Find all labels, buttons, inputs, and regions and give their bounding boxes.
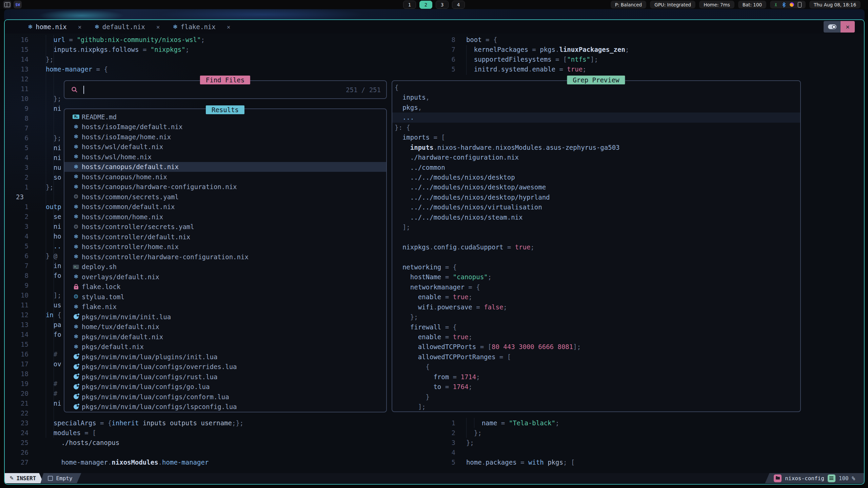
- nix-icon: ❄: [28, 23, 33, 30]
- nix-file-icon: ❄: [72, 124, 80, 130]
- result-row[interactable]: ❄hosts/isoImage/default.nix: [64, 122, 386, 132]
- result-path: pkgs/nvim/nvim/lua/configs/lspconfig.lua: [82, 403, 237, 410]
- workspace-1[interactable]: 1: [403, 1, 416, 9]
- result-row[interactable]: ❄flake.nix: [64, 302, 386, 312]
- topbar-left: $W: [3, 1, 22, 8]
- scroll-percent: 100 %: [839, 475, 855, 482]
- topbar-right: P: BalancedGPU: IntegratedHome: 7msBat: …: [611, 1, 861, 8]
- grep-preview-title: Grep Preview: [567, 76, 625, 84]
- preview-line: allowedTCPPorts = [80 443 3000 6666 8081…: [395, 342, 800, 352]
- result-row[interactable]: flake.lock: [64, 282, 386, 292]
- workspace-4[interactable]: 4: [452, 1, 465, 9]
- result-row[interactable]: ❄hosts/controller/default.nix: [64, 232, 386, 242]
- tab-flake.nix[interactable]: ❄flake.nix×: [168, 20, 239, 34]
- workspace-2[interactable]: 2: [419, 1, 432, 9]
- code-line: 14 };: [5, 55, 443, 64]
- yaml-file-icon: ⚙: [72, 224, 80, 230]
- result-row[interactable]: ❄hosts/common/default.nix: [64, 202, 386, 212]
- result-row[interactable]: ❄hosts/canopus/default.nix: [64, 162, 386, 172]
- result-row[interactable]: pkgs/nvim/nvim/lua/configs/conform.lua: [64, 392, 386, 402]
- result-path: hosts/canopus/default.nix: [82, 163, 179, 170]
- preview-line: networkmanager = {: [395, 282, 800, 292]
- result-row[interactable]: >_deploy.sh: [64, 262, 386, 272]
- find-files-title: Find Files: [200, 76, 250, 84]
- result-row[interactable]: ⚙hosts/common/secrets.yaml: [64, 192, 386, 202]
- tab-list: ❄home.nix×❄default.nix×❄flake.nix×: [23, 20, 239, 34]
- result-row[interactable]: pkgs/nvim/nvim/lua/configs/lspconfig.lua: [64, 402, 386, 412]
- preview-line: ../common: [395, 163, 800, 172]
- tab-home.nix[interactable]: ❄home.nix×: [23, 20, 90, 34]
- code-line: 6 supportedFilesystems = ["ntfs"];: [442, 55, 863, 64]
- result-row[interactable]: ❄hosts/controller/home.nix: [64, 242, 386, 252]
- phone-icon[interactable]: [798, 2, 802, 7]
- result-row[interactable]: pkgs/nvim/nvim/lua/configs/overrides.lua: [64, 362, 386, 372]
- result-row[interactable]: ⚙hosts/controller/secrets.yaml: [64, 222, 386, 232]
- workspace-3[interactable]: 3: [436, 1, 449, 9]
- preview-line: ../../modules/nixos/virtualisation: [395, 202, 800, 212]
- apps-grid-icon: [4, 2, 10, 7]
- result-row[interactable]: pkgs/nvim/nvim/init.lua: [64, 312, 386, 322]
- tab-close-icon[interactable]: ×: [78, 23, 82, 30]
- preview-line: ];: [395, 222, 800, 232]
- result-row[interactable]: ❄home/tux/default.nix: [64, 322, 386, 332]
- results-panel: M↓README.md❄hosts/isoImage/default.nix❄h…: [64, 108, 387, 412]
- grep-preview-panel: { inputs, pkgs, ...}: { imports = [ inpu…: [392, 80, 801, 412]
- preview-line: ./hardware-configuration.nix: [395, 152, 800, 162]
- nix-icon: ❄: [95, 23, 99, 30]
- result-row[interactable]: pkgs/nvim/nvim/lua/plugins/init.lua: [64, 352, 386, 362]
- result-row[interactable]: ❄hosts/wsl/home.nix: [64, 152, 386, 162]
- code-line: 7 kernelPackages = pkgs.linuxPackages_ze…: [442, 45, 863, 55]
- code-line: 4: [442, 448, 863, 458]
- statusline-right: nixos-config 100 %: [765, 473, 864, 483]
- code-line: 27 home-manager.nixosModules.home-manage…: [5, 458, 443, 467]
- privacy-dot-icon[interactable]: [790, 2, 794, 7]
- toggle-icon: [828, 24, 836, 29]
- result-row[interactable]: ❄hosts/wsl/default.nix: [64, 142, 386, 152]
- window-close-button[interactable]: ×: [841, 21, 855, 33]
- lua-file-icon: [72, 384, 80, 389]
- result-row[interactable]: ❄hosts/isoImage/home.nix: [64, 132, 386, 142]
- toml-file-icon: ⚙: [72, 294, 80, 300]
- result-path: pkgs/nvim/default.nix: [82, 333, 163, 341]
- preview-line: [395, 252, 800, 262]
- tab-default.nix[interactable]: ❄default.nix×: [90, 20, 168, 34]
- tab-close-icon[interactable]: ×: [156, 23, 160, 30]
- code-line: 5 home.packages = with pkgs; [: [442, 458, 863, 467]
- result-path: pkgs/nvim/nvim/lua/configs/conform.lua: [82, 393, 229, 401]
- result-row[interactable]: pkgs/nvim/nvim/lua/configs/go.lua: [64, 382, 386, 392]
- result-path: pkgs/nvim/nvim/lua/configs/rust.lua: [82, 373, 217, 381]
- workspace-overview-button[interactable]: $W: [14, 1, 22, 8]
- preview-line: to = 1764;: [395, 382, 800, 392]
- module-p: P: Balanced: [611, 1, 646, 8]
- nix-file-icon: ❄: [72, 204, 80, 210]
- result-row[interactable]: ❄pkgs/default.nix: [64, 342, 386, 352]
- nix-file-icon: ❄: [72, 244, 80, 250]
- network-icon[interactable]: ✂: [774, 3, 778, 6]
- bluetooth-icon[interactable]: [782, 2, 786, 7]
- result-row[interactable]: ❄overlays/default.nix: [64, 272, 386, 282]
- file-label: Empty: [56, 475, 72, 482]
- result-row[interactable]: ❄hosts/canopus/hardware-configuration.ni…: [64, 182, 386, 192]
- lua-file-icon: [72, 354, 80, 359]
- result-row[interactable]: ❄hosts/common/home.nix: [64, 212, 386, 222]
- app-launcher-button[interactable]: [3, 1, 11, 8]
- result-path: pkgs/nvim/nvim/lua/configs/overrides.lua: [82, 363, 237, 370]
- result-path: stylua.toml: [82, 293, 124, 301]
- system-tray: ✂: [770, 1, 806, 8]
- result-row[interactable]: ⚙stylua.toml: [64, 292, 386, 302]
- nix-icon: ❄: [173, 23, 178, 30]
- result-row[interactable]: ❄hosts/controller/hardware-configuration…: [64, 252, 386, 262]
- result-path: hosts/common/default.nix: [82, 203, 175, 210]
- code-line: 25 ./hosts/canopus: [5, 438, 443, 448]
- preview-line: }: {: [395, 123, 800, 133]
- nix-file-icon: ❄: [72, 334, 80, 340]
- tab-close-icon[interactable]: ×: [227, 23, 231, 30]
- toggle-button[interactable]: [824, 21, 841, 33]
- result-path: deploy.sh: [82, 263, 117, 270]
- result-row[interactable]: ❄pkgs/nvim/default.nix: [64, 332, 386, 342]
- nix-file-icon: ❄: [72, 134, 80, 140]
- result-row[interactable]: pkgs/nvim/nvim/lua/configs/rust.lua: [64, 372, 386, 382]
- result-row[interactable]: ❄hosts/canopus/home.nix: [64, 172, 386, 182]
- lua-file-icon: [72, 314, 80, 319]
- result-path: hosts/canopus/hardware-configuration.nix: [82, 183, 237, 190]
